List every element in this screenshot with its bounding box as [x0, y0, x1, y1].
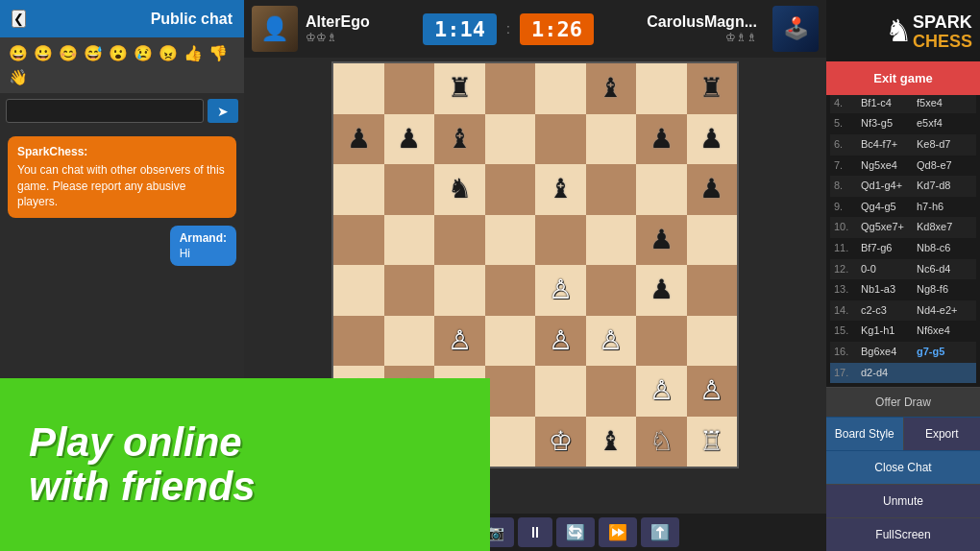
board-cell[interactable]: ♝ [535, 164, 586, 215]
emoji-btn-2[interactable]: 😀 [33, 43, 54, 63]
move-black[interactable]: Nc6-d4 [917, 261, 972, 278]
board-cell[interactable] [384, 316, 435, 367]
close-chat-button[interactable]: Close Chat [826, 450, 980, 484]
up-btn[interactable]: ⬆️ [641, 517, 679, 547]
board-cell[interactable] [384, 164, 435, 215]
exit-game-button[interactable]: Exit game [826, 61, 980, 95]
board-cell[interactable]: ♟ [636, 114, 687, 165]
board-cell[interactable]: ♘ [636, 417, 687, 467]
board-cell[interactable] [333, 215, 384, 266]
move-white[interactable]: Nf3-g5 [861, 115, 917, 132]
board-cell[interactable]: ♙ [687, 366, 738, 417]
move-black[interactable]: Qd8-e7 [917, 157, 972, 175]
move-black[interactable]: g7-g5 [917, 344, 972, 361]
forward-btn[interactable]: ⏩ [599, 517, 637, 547]
emoji-btn-6[interactable]: 😢 [133, 43, 154, 63]
board-cell[interactable]: ♜ [434, 63, 485, 114]
board-cell[interactable] [485, 63, 536, 114]
unmute-button[interactable]: Unmute [826, 484, 980, 517]
board-cell[interactable]: ♙ [586, 316, 637, 367]
board-cell[interactable] [333, 265, 384, 316]
board-cell[interactable]: ♔ [535, 417, 586, 467]
board-cell[interactable] [485, 265, 536, 316]
board-cell[interactable] [485, 366, 536, 417]
board-cell[interactable]: ♟ [384, 114, 435, 165]
move-white[interactable]: Nb1-a3 [861, 281, 917, 299]
board-cell[interactable] [687, 265, 738, 316]
move-white[interactable]: Bg6xe4 [861, 344, 917, 361]
board-cell[interactable] [586, 265, 637, 316]
emoji-btn-10[interactable]: 👋 [8, 67, 29, 87]
board-cell[interactable]: ♝ [586, 417, 637, 467]
move-black[interactable] [917, 365, 972, 382]
board-cell[interactable]: ♞ [434, 164, 485, 215]
move-black[interactable]: Ke8-d7 [917, 136, 972, 154]
board-cell[interactable]: ♙ [434, 316, 485, 367]
move-white[interactable]: Qg4-g5 [861, 199, 917, 216]
move-black[interactable]: Kd7-d8 [917, 178, 972, 195]
fullscreen-button[interactable]: FullScreen [826, 517, 980, 551]
board-cell[interactable] [586, 114, 637, 165]
board-style-button[interactable]: Board Style [826, 417, 903, 450]
move-white[interactable]: c2-c3 [861, 302, 917, 320]
board-cell[interactable] [485, 114, 536, 165]
board-cell[interactable] [434, 215, 485, 266]
board-cell[interactable]: ♟ [636, 265, 687, 316]
move-white[interactable]: Ng5xe4 [861, 157, 917, 175]
move-white[interactable]: Bc4-f7+ [861, 136, 917, 154]
emoji-btn-5[interactable]: 😮 [108, 43, 129, 63]
board-cell[interactable] [485, 316, 536, 367]
chat-send-button[interactable]: ➤ [208, 99, 238, 123]
move-white[interactable]: Qg5xe7+ [861, 219, 917, 236]
move-black[interactable]: Kd8xe7 [917, 219, 972, 236]
board-cell[interactable]: ♟ [687, 164, 738, 215]
move-white[interactable]: Bf1-c4 [861, 95, 917, 111]
board-cell[interactable] [636, 316, 687, 367]
chat-back-button[interactable]: ❮ [12, 10, 26, 28]
move-black[interactable]: Nf6xe4 [917, 323, 972, 340]
emoji-btn-4[interactable]: 😅 [83, 43, 104, 63]
board-cell[interactable] [485, 164, 536, 215]
emoji-btn-3[interactable]: 😊 [58, 43, 79, 63]
emoji-btn-8[interactable]: 👍 [183, 43, 204, 63]
board-cell[interactable] [687, 316, 738, 367]
move-white[interactable]: d2-d4 [861, 365, 917, 382]
emoji-btn-1[interactable]: 😀 [8, 43, 29, 63]
board-cell[interactable] [535, 114, 586, 165]
board-cell[interactable]: ♟ [333, 114, 384, 165]
board-cell[interactable] [586, 366, 637, 417]
board-cell[interactable] [687, 215, 738, 266]
board-cell[interactable] [535, 215, 586, 266]
emoji-btn-7[interactable]: 😠 [158, 43, 179, 63]
board-cell[interactable] [434, 265, 485, 316]
offer-draw-button[interactable]: Offer Draw [826, 387, 980, 417]
board-cell[interactable] [586, 215, 637, 266]
board-cell[interactable] [636, 164, 687, 215]
pause-btn[interactable]: ⏸ [518, 517, 552, 547]
board-cell[interactable] [333, 63, 384, 114]
board-cell[interactable]: ♜ [687, 63, 738, 114]
board-cell[interactable] [636, 63, 687, 114]
board-cell[interactable]: ♟ [636, 215, 687, 266]
board-cell[interactable] [485, 215, 536, 266]
board-cell[interactable] [535, 63, 586, 114]
chat-input[interactable] [6, 99, 204, 123]
move-black[interactable]: h7-h6 [917, 199, 972, 216]
board-cell[interactable] [485, 417, 536, 467]
move-black[interactable]: Nd4-e2+ [917, 302, 972, 320]
board-cell[interactable]: ♙ [535, 316, 586, 367]
export-button[interactable]: Export [903, 417, 981, 450]
emoji-btn-9[interactable]: 👎 [208, 43, 229, 63]
board-cell[interactable]: ♙ [636, 366, 687, 417]
move-white[interactable]: Bf7-g6 [861, 240, 917, 257]
board-cell[interactable]: ♖ [687, 417, 738, 467]
move-black[interactable]: e5xf4 [917, 115, 972, 132]
board-cell[interactable] [535, 366, 586, 417]
board-cell[interactable] [333, 316, 384, 367]
board-cell[interactable] [586, 164, 637, 215]
switch-btn[interactable]: 🔄 [556, 517, 595, 547]
board-cell[interactable] [384, 265, 435, 316]
move-black[interactable]: f5xe4 [917, 95, 972, 111]
move-white[interactable]: Kg1-h1 [861, 323, 917, 340]
board-cell[interactable] [333, 164, 384, 215]
